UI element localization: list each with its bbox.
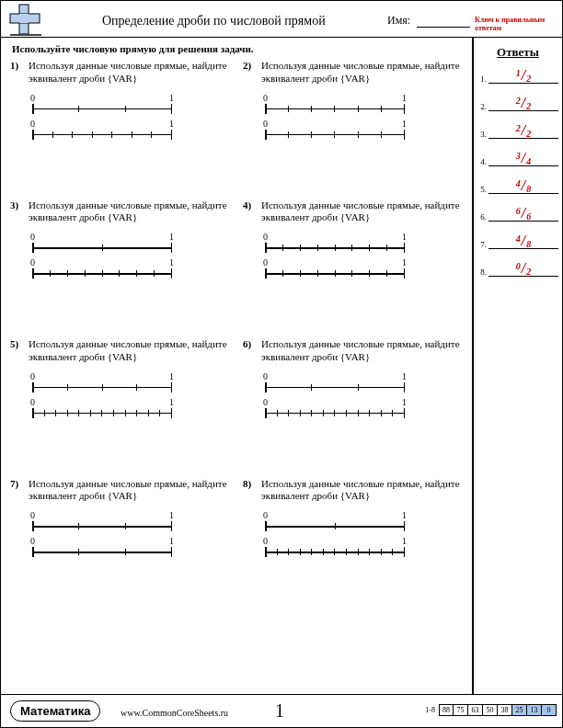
tick: [381, 106, 382, 112]
site-url: www.CommonCoreSheets.ru: [121, 708, 228, 718]
tick: [404, 270, 405, 277]
answer-fraction: 3/4: [516, 151, 531, 165]
tick: [32, 523, 33, 529]
tick: [323, 410, 324, 416]
footer: Математика www.CommonCoreSheets.ru 1 1-8…: [1, 694, 562, 727]
number-lines: 0101: [245, 232, 461, 283]
label-zero: 0: [263, 536, 268, 546]
number-line-labels: 01: [29, 510, 176, 520]
number-lines: 0101: [12, 232, 228, 283]
tick: [317, 245, 318, 251]
score-box: 38: [498, 704, 512, 716]
number-line-axis: [29, 129, 176, 142]
logo-cross-icon: [8, 3, 41, 36]
score-range: 1-8: [425, 706, 435, 714]
number-lines: 0101: [245, 93, 461, 144]
tick: [323, 549, 324, 555]
problem-number: 7): [10, 478, 18, 489]
answer-fraction: 6/6: [516, 206, 531, 221]
label-zero: 0: [30, 510, 35, 520]
tick: [265, 410, 266, 416]
label-one: 1: [402, 257, 407, 267]
tick: [32, 410, 33, 416]
main-area: Используйте числовую прямую для решения …: [1, 38, 562, 694]
answer-row: 8.0/2: [477, 262, 558, 277]
number-line-labels: 01: [261, 93, 408, 103]
tick: [102, 270, 103, 277]
answer-row: 1.1/2: [477, 69, 558, 84]
answer-blank: 1/2: [488, 69, 558, 84]
tick: [90, 410, 91, 416]
number-line-axis: [261, 129, 408, 142]
number-line-labels: 01: [29, 371, 176, 381]
tick: [358, 131, 359, 138]
tick: [288, 106, 289, 112]
answer-number: 8.: [477, 267, 488, 277]
tick: [171, 549, 172, 555]
tick: [369, 245, 370, 251]
number-line-labels: 01: [261, 397, 408, 407]
label-zero: 0: [263, 397, 268, 407]
label-one: 1: [402, 232, 407, 242]
number-line: 01: [29, 257, 176, 283]
label-one: 1: [169, 232, 174, 242]
answer-fraction: 0/2: [516, 261, 531, 276]
answer-number: 5.: [477, 185, 488, 194]
label-one: 1: [169, 397, 174, 407]
tick: [171, 270, 172, 277]
label-one: 1: [169, 119, 174, 129]
tick: [404, 106, 405, 112]
answer-blank: 2/2: [488, 124, 558, 139]
label-zero: 0: [263, 371, 268, 381]
answer-row: 3.2/2: [477, 124, 558, 139]
problem-number: 1): [10, 60, 18, 71]
tick: [32, 549, 33, 555]
tick: [159, 410, 160, 416]
tick: [171, 106, 172, 112]
problem-number: 2): [243, 60, 251, 71]
answer-blank: 0/2: [488, 262, 558, 277]
ticks: [265, 523, 405, 529]
answer-fraction: 2/2: [516, 96, 531, 110]
number-line-axis: [261, 381, 408, 394]
tick: [136, 384, 137, 391]
page-number: 1: [275, 700, 284, 722]
tick: [300, 410, 301, 416]
tick: [334, 549, 335, 555]
tick: [358, 106, 359, 112]
tick: [404, 523, 405, 529]
number-line: 01: [261, 93, 408, 119]
number-lines: 0101: [245, 510, 461, 562]
answers-column: Ответы 1.1/22.2/23.2/24.3/45.4/86.6/67.4…: [472, 38, 562, 694]
tick: [72, 131, 73, 138]
number-line-labels: 01: [261, 119, 408, 129]
answer-row: 2.2/2: [477, 97, 558, 111]
answer-fraction: 1/2: [516, 68, 531, 83]
ticks: [32, 549, 172, 555]
answer-row: 7.4/8: [477, 234, 558, 249]
tick: [265, 270, 266, 277]
number-line: 01: [261, 397, 408, 423]
ticks: [265, 270, 405, 277]
tick: [85, 270, 86, 277]
score-box: 75: [454, 704, 468, 716]
name-blank: [417, 27, 470, 28]
number-line-labels: 01: [29, 536, 176, 546]
number-line-axis: [29, 267, 176, 280]
tick: [334, 410, 335, 416]
label-one: 1: [402, 510, 407, 520]
tick: [67, 270, 68, 277]
answer-number: 1.: [477, 74, 488, 84]
tick: [132, 131, 132, 138]
tick: [381, 410, 382, 416]
problem: 1)Используя данные числовые прямые, найд…: [12, 60, 228, 144]
tick: [32, 384, 33, 391]
tick: [78, 106, 79, 112]
tick: [265, 384, 266, 391]
ticks: [265, 106, 405, 112]
label-zero: 0: [30, 371, 35, 381]
number-line: 01: [29, 371, 176, 397]
problem-text: Используя данные числовые прямые, найдит…: [245, 199, 461, 225]
label-one: 1: [169, 536, 174, 546]
tick: [125, 410, 126, 416]
